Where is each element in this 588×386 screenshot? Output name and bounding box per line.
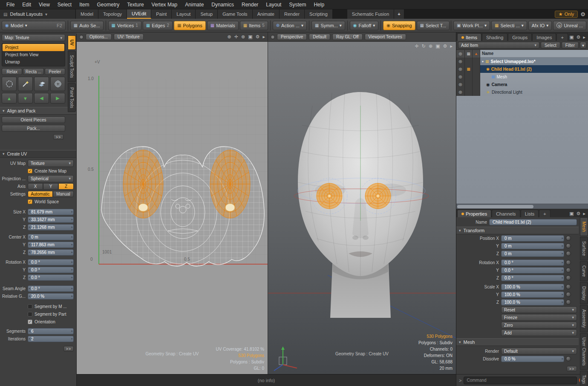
iterations-field[interactable]: ◂ 2 ▸ <box>28 336 74 342</box>
side-tab-sculpt-tools[interactable]: Sculpt Tools <box>68 51 76 82</box>
mini-slider-right-icon[interactable]: ▸ <box>562 244 563 248</box>
mini-slider-right-icon[interactable]: ▸ <box>71 337 73 340</box>
uv-editor-viewport[interactable]: Options... UV: Texture ⊕ ✛ ⊕ ▣ ⚙ ▸ <box>77 32 268 374</box>
item-row-scene[interactable]: ◎ ▾ ▦ Select Unmapped.lxo* <box>456 58 588 65</box>
raygl-button[interactable]: Ray GL: Off <box>332 34 363 40</box>
more-icon[interactable]: ▸ <box>450 43 453 49</box>
mini-slider-right-icon[interactable]: ▸ <box>71 329 73 333</box>
relax-button[interactable]: Relax <box>2 68 22 75</box>
channel-state-button[interactable] <box>566 236 571 241</box>
side-tab-user-channels[interactable]: User Channels <box>580 333 588 370</box>
mini-slider-right-icon[interactable]: ▸ <box>71 235 73 239</box>
tab-add[interactable]: + <box>556 33 568 41</box>
mini-slider-left-icon[interactable]: ◂ <box>29 210 30 213</box>
mini-slider-right-icon[interactable]: ▸ <box>71 225 73 229</box>
move-down-button[interactable]: ▼ <box>18 93 33 104</box>
gear-icon[interactable]: ⚙ <box>576 35 581 40</box>
tab-animate[interactable]: Animate <box>253 9 280 19</box>
mini-slider-left-icon[interactable]: ◂ <box>29 276 30 279</box>
segments-field[interactable]: ◂ 6 ▸ <box>28 328 74 334</box>
menu-view[interactable]: View <box>35 2 54 8</box>
mini-slider-right-icon[interactable]: ▸ <box>562 268 563 272</box>
uv-canvas[interactable]: +V 1.0 0.5 0 0.5 1001 UV Coverage: 41.81… <box>77 42 268 374</box>
reset-button[interactable]: Reset ▾ <box>501 306 577 313</box>
mini-slider-left-icon[interactable]: ◂ <box>29 294 30 298</box>
more-icon[interactable]: ▸ <box>583 211 585 216</box>
side-tab-mesh[interactable]: Mesh <box>580 217 588 236</box>
viewport-thumb-icon[interactable] <box>79 35 84 39</box>
zoom-in-icon[interactable]: ⊕ <box>228 34 231 40</box>
visibility-eye-icon[interactable]: ◎ <box>456 88 465 96</box>
add-transform-button[interactable]: Add ▾ <box>501 329 577 336</box>
action-center-button[interactable]: ⊕ Action ... ▾ <box>273 21 307 30</box>
visibility-eye-icon[interactable]: ◎ <box>456 58 465 65</box>
move-right-button[interactable]: ▶ <box>50 93 65 104</box>
item-row-camera[interactable]: ◎ ◉ Camera <box>456 81 588 88</box>
uv-texture-button[interactable]: UV: Texture <box>114 34 144 40</box>
menu-geometry[interactable]: Geometry <box>93 2 124 8</box>
scale-y-field[interactable]: 100.0 % ▸ <box>501 291 564 298</box>
uv-options-button[interactable]: Options... <box>86 34 112 40</box>
mini-slider-right-icon[interactable]: ▸ <box>71 276 73 279</box>
filter-options-button[interactable]: ▾ <box>580 42 586 49</box>
scale-z-field[interactable]: 100.0 % ▸ <box>501 299 564 305</box>
pan-icon[interactable]: ✛ <box>234 34 238 40</box>
side-tab-display[interactable]: Display <box>580 282 588 305</box>
visibility-column-icon[interactable]: ◎ <box>456 50 465 58</box>
mode-dropdown[interactable]: ◉ Model ▾ F2 <box>2 21 66 30</box>
channel-state-button[interactable] <box>566 292 571 297</box>
mesh-header[interactable]: ▾ Mesh <box>456 338 579 346</box>
channel-state-button[interactable] <box>566 356 571 361</box>
tab-paint[interactable]: Paint <box>151 9 172 19</box>
name-column-header[interactable]: Name <box>480 50 588 58</box>
mini-slider-left-icon[interactable]: ◂ <box>29 287 30 290</box>
uv-sphere-tool-button[interactable] <box>50 77 65 91</box>
create-uv-header[interactable]: ▾ Create UV <box>0 150 76 158</box>
zero-button[interactable]: Zero ▾ <box>501 322 577 328</box>
visibility-eye-icon[interactable]: ◎ <box>456 65 465 73</box>
mini-slider-left-icon[interactable]: ◂ <box>29 329 30 333</box>
rectangle-button[interactable]: Recta ... <box>23 68 43 75</box>
mini-slider-right-icon[interactable]: ▸ <box>562 293 563 296</box>
mini-slider-right-icon[interactable]: ▸ <box>562 236 563 240</box>
list-item-project[interactable]: Project <box>3 44 64 51</box>
position-x-field[interactable]: 0 m ▸ <box>501 235 564 242</box>
channel-state-button[interactable] <box>566 251 571 256</box>
uv-map-dropdown[interactable]: Texture ▾ <box>28 160 74 167</box>
list-item-project-from-view[interactable]: Project from View <box>3 51 64 58</box>
tab-items[interactable]: Items <box>457 33 481 41</box>
more-options-button[interactable]: >> <box>53 134 63 140</box>
menu-file[interactable]: File <box>3 2 18 8</box>
side-tab-tags[interactable]: Tags <box>580 371 588 386</box>
work-plane-button[interactable]: ▣ Work Pl... ▾ <box>453 21 490 30</box>
mini-slider-right-icon[interactable]: ▸ <box>71 251 73 254</box>
side-tab-paint-tools[interactable]: Paint Tools <box>68 83 76 112</box>
orientation-checkbox[interactable]: ✓ <box>28 320 32 324</box>
mini-slider-right-icon[interactable]: ▸ <box>71 268 73 271</box>
snapping-button[interactable]: ◉ Snapping <box>383 21 415 30</box>
zoom-icon[interactable]: ⊕ <box>241 34 245 40</box>
gear-icon[interactable]: ⚙ <box>443 43 447 49</box>
axis-x-button[interactable]: X <box>28 183 43 190</box>
item-row-child-head[interactable]: ◎ ▦ ◉ Child Head 01.lxl (2) <box>456 65 588 73</box>
center-x-field[interactable]: ◂ 0 m ▸ <box>28 234 74 240</box>
horizontal-scrollbar[interactable] <box>456 204 588 209</box>
menu-system[interactable]: System <box>285 2 310 8</box>
side-tab-surface[interactable]: Surface <box>580 237 588 260</box>
tab-scripting[interactable]: Scripting <box>305 9 333 19</box>
channel-state-button[interactable] <box>566 268 571 273</box>
mini-slider-left-icon[interactable]: ◂ <box>29 225 30 229</box>
position-y-field[interactable]: 0 m ▸ <box>501 243 564 249</box>
mini-slider-right-icon[interactable]: ▸ <box>71 287 73 290</box>
segment-by-material-checkbox[interactable] <box>28 304 32 309</box>
tab-groups[interactable]: Groups <box>508 33 532 41</box>
tab-add[interactable]: + <box>394 9 404 19</box>
settings-manual-button[interactable]: Manual <box>53 191 74 197</box>
mini-slider-left-icon[interactable]: ◂ <box>29 337 30 340</box>
tab-game-tools[interactable]: Game Tools <box>218 9 253 19</box>
maximize-icon[interactable]: ▣ <box>435 43 440 49</box>
viewport-textures-button[interactable]: Viewport Textures <box>365 34 406 40</box>
mini-slider-right-icon[interactable]: ▸ <box>562 357 563 360</box>
size-z-field[interactable]: ◂ 21.1268 mm ▸ <box>28 224 74 230</box>
segment-by-part-checkbox[interactable] <box>28 312 32 317</box>
